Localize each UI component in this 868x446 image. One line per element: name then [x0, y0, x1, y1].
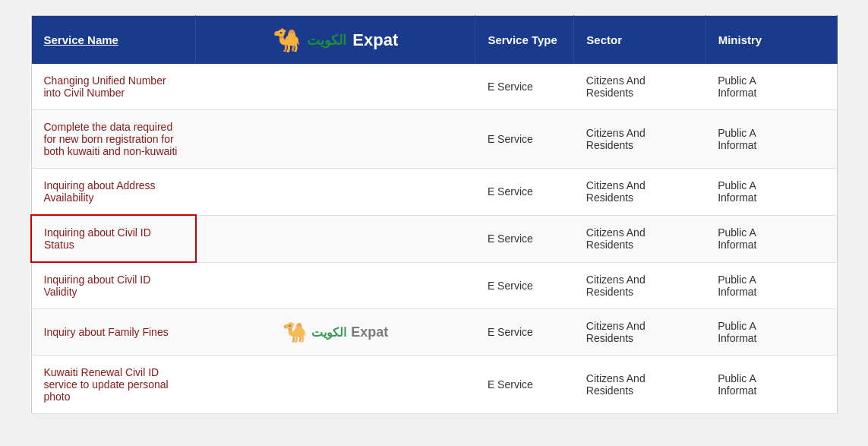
services-table: Service Name 🐪 الكويت Expat Service Type…	[30, 15, 838, 414]
service-name-cell[interactable]: Changing Unified Number into Civil Numbe…	[31, 64, 196, 110]
sector-cell: Citizens And Residents	[574, 64, 705, 110]
table-row[interactable]: Kuwaiti Renewal Civil ID service to upda…	[31, 356, 838, 414]
sector-cell: Citizens And Residents	[574, 356, 705, 414]
sector-cell: Citizens And Residents	[574, 215, 705, 262]
service-type-cell: E Service	[475, 356, 574, 414]
table-row[interactable]: Inquiring about Address AvailabilityE Se…	[31, 169, 838, 216]
table-row[interactable]: Inquiring about Civil ID StatusE Service…	[31, 215, 838, 262]
service-name-cell[interactable]: Inquiring about Civil ID Validity	[31, 262, 196, 309]
table-header-row: Service Name 🐪 الكويت Expat Service Type…	[31, 16, 838, 65]
table-row[interactable]: Inquiry about Family Fines 🐪 الكويت Expa…	[31, 309, 838, 356]
col-header-ministry: Ministry	[705, 16, 837, 65]
service-name-cell[interactable]: Kuwaiti Renewal Civil ID service to upda…	[31, 356, 196, 414]
watermark-arabic: الكويت	[311, 325, 346, 340]
service-type-cell: E Service	[475, 169, 574, 216]
header-logo-arabic: الكويت	[307, 32, 346, 49]
ministry-cell: Public A Informat	[705, 169, 837, 216]
watermark-camel-icon: 🐪	[282, 321, 307, 344]
service-name-cell[interactable]: Inquiry about Family Fines	[31, 309, 196, 356]
col-header-sector: Sector	[574, 16, 705, 65]
service-type-cell: E Service	[475, 309, 574, 356]
ministry-cell: Public A Informat	[705, 64, 837, 110]
col-header-service-type: Service Type	[475, 16, 574, 65]
sector-cell: Citizens And Residents	[574, 309, 705, 356]
watermark-cell	[196, 169, 475, 216]
ministry-cell: Public A Informat	[705, 215, 837, 262]
ministry-cell: Public A Informat	[705, 309, 837, 356]
watermark-cell	[196, 110, 475, 169]
header-logo: 🐪 الكويت Expat	[208, 27, 462, 53]
service-type-cell: E Service	[475, 64, 574, 110]
header-logo-text: Expat	[352, 30, 398, 50]
watermark-cell	[196, 262, 475, 309]
watermark-expat-text: Expat	[351, 324, 388, 340]
col-header-service-name: Service Name	[31, 16, 196, 65]
ministry-cell: Public A Informat	[705, 110, 837, 169]
table-body: Changing Unified Number into Civil Numbe…	[31, 64, 838, 414]
ministry-cell: Public A Informat	[705, 356, 837, 414]
service-type-cell: E Service	[475, 215, 574, 262]
table-row[interactable]: Inquiring about Civil ID ValidityE Servi…	[31, 262, 838, 309]
sector-cell: Citizens And Residents	[574, 262, 705, 309]
col-header-logo: 🐪 الكويت Expat	[196, 16, 475, 65]
watermark-cell: 🐪 الكويت Expat	[196, 309, 475, 356]
service-name-cell[interactable]: Inquiring about Address Availability	[31, 169, 196, 216]
sector-cell: Citizens And Residents	[574, 110, 705, 169]
service-name-cell[interactable]: Inquiring about Civil ID Status	[31, 215, 196, 262]
page-wrapper: Service Name 🐪 الكويت Expat Service Type…	[0, 0, 868, 429]
watermark-cell	[196, 356, 475, 414]
header-camel-icon: 🐪	[273, 27, 301, 53]
watermark-cell	[196, 215, 475, 262]
service-name-cell[interactable]: Complete the data required for new born …	[31, 110, 196, 169]
ministry-cell: Public A Informat	[705, 262, 837, 309]
table-row[interactable]: Complete the data required for new born …	[31, 110, 838, 169]
watermark-logo: 🐪 الكويت Expat	[208, 321, 463, 344]
service-type-cell: E Service	[475, 110, 574, 169]
service-type-cell: E Service	[475, 262, 574, 309]
sector-cell: Citizens And Residents	[574, 169, 705, 216]
watermark-cell	[196, 64, 475, 110]
table-row[interactable]: Changing Unified Number into Civil Numbe…	[31, 64, 838, 110]
